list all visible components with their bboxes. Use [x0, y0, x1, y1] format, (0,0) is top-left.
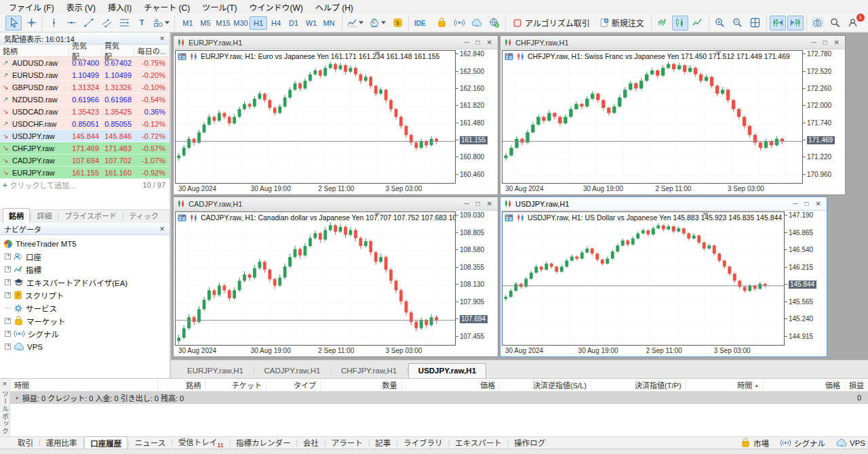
- chart-plot-area[interactable]: USDJPY.raw, H1: US Dollar vs Japanese Ye…: [502, 211, 785, 346]
- menu-item-1[interactable]: 表示 (V): [60, 0, 102, 14]
- navigator-item-0[interactable]: 口座: [3, 250, 170, 263]
- globe-add-button[interactable]: [486, 16, 502, 30]
- minimize-button[interactable]: ─: [464, 200, 469, 207]
- timeframe-w1-button[interactable]: W1: [302, 16, 320, 30]
- toolbox-column-0[interactable]: 時間: [10, 379, 157, 391]
- ohlc-candle-icon[interactable]: [189, 214, 198, 222]
- toolbox-tab-0[interactable]: 取引: [12, 436, 39, 449]
- chart-window-eurjpy[interactable]: EURJPY.raw,H1─□✕EURJPY.raw, H1: Euro vs …: [173, 35, 498, 195]
- market-watch-row-usdcad-raw[interactable]: ↘USDCAD.raw1.354231.354250.36%: [0, 106, 170, 118]
- close-button[interactable]: ✕: [834, 39, 840, 46]
- toolbox-tab-9[interactable]: ライブラリ: [398, 436, 448, 449]
- market-watch-tab-3[interactable]: ティック: [124, 209, 164, 223]
- column-header-0[interactable]: 銘柄: [0, 45, 69, 56]
- timeframe-mn-button[interactable]: MN: [320, 16, 338, 30]
- market-watch-row-usdjpy-raw[interactable]: ↘USDJPY.raw145.844145.846-0.72%: [0, 130, 170, 142]
- chart-tab-3[interactable]: USDJPY.raw,H1: [408, 363, 486, 378]
- zoom-out-button[interactable]: [730, 16, 746, 30]
- candles-chart-button[interactable]: [672, 16, 688, 30]
- toolbox-column-9[interactable]: 価格: [763, 379, 844, 391]
- expand-plus-icon[interactable]: [5, 253, 11, 260]
- minimize-button[interactable]: ─: [464, 39, 469, 46]
- navigator-item-7[interactable]: VPS: [3, 340, 170, 353]
- toolbox-tab-1[interactable]: 運用比率: [41, 436, 83, 449]
- status-item-0[interactable]: 市場: [741, 438, 769, 449]
- market-watch-add-symbol[interactable]: + クリックして追加... 10 / 97: [0, 179, 170, 191]
- ohlc-grid-icon[interactable]: [505, 53, 513, 60]
- minimize-button[interactable]: ─: [811, 39, 816, 46]
- status-item-2[interactable]: VPS: [836, 438, 865, 447]
- shift-left-button[interactable]: [787, 16, 804, 30]
- navigator-item-2[interactable]: エキスパートアドバイザ(EA): [3, 276, 170, 289]
- toolbox-column-4[interactable]: 数量: [320, 379, 401, 391]
- expand-plus-icon[interactable]: [5, 344, 11, 350]
- timeframe-m15-button[interactable]: M15: [214, 16, 232, 30]
- close-button[interactable]: ✕: [487, 200, 492, 207]
- menu-item-3[interactable]: チャート (C): [138, 0, 196, 14]
- toolbox-tab-11[interactable]: 操作ログ: [509, 436, 551, 449]
- cursor-button[interactable]: [5, 16, 22, 30]
- hline-button[interactable]: [63, 16, 79, 30]
- toolbox-column-8[interactable]: 時間▲: [686, 379, 764, 391]
- text-button[interactable]: T: [134, 16, 150, 30]
- toolbox-tab-10[interactable]: エキスパート: [450, 436, 507, 449]
- chart-tab-1[interactable]: CADJPY.raw,H1: [255, 364, 330, 378]
- ide-button[interactable]: IDE: [412, 16, 432, 30]
- crosshair-button[interactable]: [23, 16, 39, 30]
- ohlc-candle-icon[interactable]: [516, 214, 525, 222]
- menu-item-5[interactable]: ウインドウ(W): [243, 0, 309, 14]
- cloud-button[interactable]: [469, 16, 485, 30]
- new-order-button[interactable]: 新規注文: [595, 15, 649, 30]
- shapes-button[interactable]: [151, 16, 172, 30]
- line-chart-button[interactable]: [345, 16, 366, 30]
- market-watch-tab-1[interactable]: 詳細: [32, 209, 58, 223]
- market-watch-row-gbpusd-raw[interactable]: ↘GBPUSD.raw1.313241.31326-0.10%: [0, 81, 170, 94]
- toolbox-tab-4[interactable]: 受信トレイ11: [173, 436, 229, 450]
- timeframe-m30-button[interactable]: M30: [232, 16, 250, 30]
- signal-button[interactable]: [451, 16, 467, 30]
- navigator-close-icon[interactable]: ×: [157, 224, 167, 234]
- market-watch-row-nzdusd-raw[interactable]: ↗NZDUSD.raw0.619660.61968-0.54%: [0, 94, 170, 106]
- status-item-1[interactable]: シグナル: [780, 438, 825, 449]
- fibo-button[interactable]: [116, 16, 132, 30]
- column-header-1[interactable]: 売気配...: [69, 45, 102, 56]
- expand-plus-icon[interactable]: [5, 279, 11, 285]
- window-title-bar[interactable]: EURJPY.raw,H1─□✕: [174, 36, 498, 49]
- toolbox-column-6[interactable]: 決済逆指値(S/L): [499, 379, 591, 391]
- channel-button[interactable]: [98, 16, 115, 30]
- vline-button[interactable]: [45, 16, 62, 30]
- market-watch-row-audusd-raw[interactable]: ↗AUDUSD.raw0.674000.67402-0.75%: [0, 57, 170, 69]
- window-title-bar[interactable]: CADJPY.raw,H1─□✕: [174, 197, 498, 211]
- column-header-3[interactable]: 毎日の...: [134, 45, 170, 56]
- expand-plus-icon[interactable]: [5, 266, 11, 272]
- search-button[interactable]: [827, 16, 844, 30]
- dollar-button[interactable]: $: [389, 16, 406, 30]
- maximize-button[interactable]: □: [823, 39, 827, 46]
- market-watch-row-eurjpy-raw[interactable]: ↘EURJPY.raw161.155161.160-0.92%: [0, 167, 170, 179]
- zoom-in-button[interactable]: [712, 16, 728, 30]
- expand-plus-icon[interactable]: [5, 318, 11, 324]
- menu-item-0[interactable]: ファイル (F): [3, 0, 60, 14]
- toolbox-close-icon[interactable]: ×: [3, 379, 7, 390]
- navigator-item-4[interactable]: サービス: [3, 302, 170, 314]
- camera-button[interactable]: [810, 16, 826, 30]
- menu-item-6[interactable]: ヘルプ (H): [309, 0, 359, 14]
- timeframe-d1-button[interactable]: D1: [285, 16, 302, 30]
- timeframe-h1-button[interactable]: H1: [250, 16, 267, 30]
- expand-plus-icon[interactable]: [5, 292, 11, 298]
- toolbox-tab-2[interactable]: 口座履歴: [84, 436, 127, 450]
- navigator-root[interactable]: ThreeTrader MT5: [3, 237, 170, 250]
- chart-window-usdjpy[interactable]: USDJPY.raw,H1─□✕USDJPY.raw, H1: US Dolla…: [500, 197, 827, 357]
- toolbox-column-1[interactable]: 銘柄: [157, 379, 205, 391]
- market-watch-tab-0[interactable]: 銘柄: [3, 208, 30, 223]
- maximize-button[interactable]: □: [476, 39, 480, 46]
- algo-trading-button[interactable]: アルゴリズム取引: [508, 15, 595, 30]
- chart-tab-2[interactable]: CHFJPY.raw,H1: [332, 364, 406, 378]
- close-button[interactable]: ✕: [816, 200, 821, 207]
- tile-windows-button[interactable]: [747, 16, 764, 30]
- navigator-item-1[interactable]: 指標: [3, 263, 170, 276]
- toolbox-column-10[interactable]: 損益: [844, 379, 868, 391]
- toolbox-column-7[interactable]: 決済指値(T/P): [591, 379, 686, 391]
- toolbox-column-2[interactable]: チケット: [205, 379, 266, 391]
- shift-right-button[interactable]: [770, 16, 786, 30]
